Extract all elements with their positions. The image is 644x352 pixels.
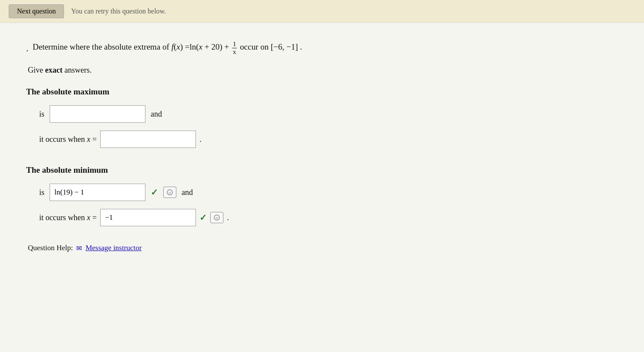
- minimum-x-input[interactable]: [100, 209, 196, 226]
- maximum-is-label: is: [39, 110, 44, 119]
- maximum-value-input[interactable]: [50, 105, 145, 123]
- svg-text:σ: σ: [169, 190, 171, 195]
- minimum-value-link-icon[interactable]: σ: [163, 187, 176, 198]
- message-instructor-link[interactable]: Message instructor: [85, 244, 142, 252]
- retry-text: You can retry this question below.: [71, 7, 166, 15]
- maximum-value-row: is and: [39, 105, 496, 123]
- minimum-value-input[interactable]: [50, 184, 145, 201]
- function-notation: f(x) =ln(x + 20) +: [172, 42, 231, 51]
- minimum-x-link-icon[interactable]: σ: [210, 212, 223, 223]
- top-bar: Next question You can retry this questio…: [0, 0, 644, 23]
- problem-text: Determine where the absolute extrema of …: [33, 40, 496, 55]
- question-help-label: Question Help:: [28, 244, 73, 252]
- maximum-section: The absolute maximum is and it occurs wh…: [26, 87, 496, 148]
- main-content: . Determine where the absolute extrema o…: [0, 23, 523, 278]
- minimum-section: The absolute minimum is ✓ σ and it occur…: [26, 165, 496, 226]
- minimum-is-label: is: [39, 188, 44, 197]
- fraction-numerator: 1: [232, 40, 237, 48]
- maximum-occurs-label: it occurs when x =: [39, 135, 97, 144]
- maximum-period: .: [199, 135, 202, 144]
- problem-statement: . Determine where the absolute extrema o…: [26, 40, 496, 55]
- minimum-occurs-label: it occurs when x =: [39, 213, 97, 222]
- mail-icon: ✉: [76, 244, 82, 252]
- question-help: Question Help: ✉ Message instructor: [28, 244, 496, 252]
- maximum-x-input[interactable]: [100, 131, 196, 148]
- statement-suffix: occur on [−6, −1] .: [240, 42, 302, 51]
- bullet: .: [26, 41, 28, 55]
- minimum-x-check-icon: ✓: [199, 212, 207, 223]
- minimum-title: The absolute minimum: [26, 165, 496, 175]
- fraction: 1 x: [232, 40, 237, 55]
- minimum-value-row: is ✓ σ and: [39, 184, 496, 201]
- statement-prefix: Determine where the absolute extrema of: [33, 42, 169, 51]
- maximum-and-label: and: [151, 110, 162, 119]
- minimum-occurs-row: it occurs when x = ✓ σ .: [39, 209, 496, 226]
- svg-text:σ: σ: [216, 215, 218, 220]
- next-question-button[interactable]: Next question: [9, 4, 64, 18]
- maximum-title: The absolute maximum: [26, 87, 496, 97]
- fraction-denominator: x: [232, 48, 237, 56]
- minimum-and-label: and: [182, 188, 193, 197]
- minimum-period: .: [227, 213, 229, 222]
- maximum-occurs-row: it occurs when x = .: [39, 131, 496, 148]
- minimum-value-check-icon: ✓: [151, 187, 158, 198]
- give-exact-text: Give exact answers.: [28, 66, 496, 75]
